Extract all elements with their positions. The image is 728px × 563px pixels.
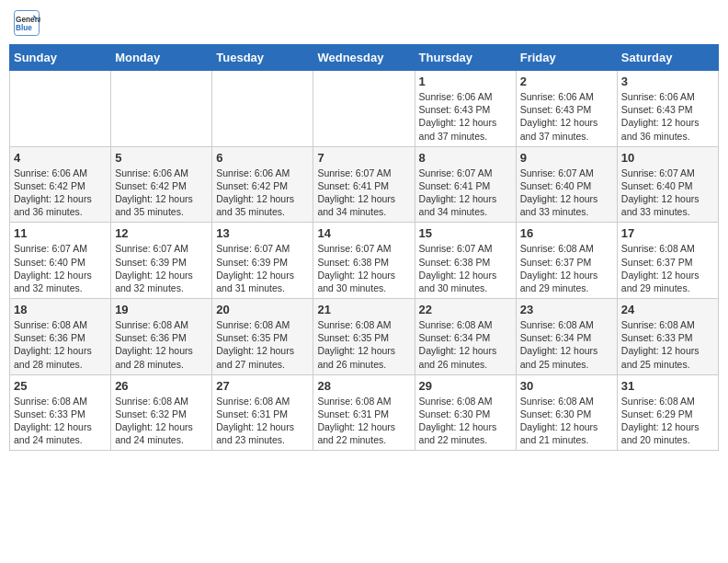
day-info: Sunrise: 6:06 AM Sunset: 6:42 PM Dayligh… (216, 167, 309, 219)
day-info: Sunrise: 6:08 AM Sunset: 6:34 PM Dayligh… (520, 318, 613, 371)
day-number: 19 (115, 303, 208, 316)
calendar-cell: 3Sunrise: 6:06 AM Sunset: 6:43 PM Daylig… (617, 71, 718, 147)
calendar-cell: 13Sunrise: 6:07 AM Sunset: 6:39 PM Dayli… (212, 223, 313, 299)
day-number: 20 (216, 303, 309, 316)
calendar-cell: 2Sunrise: 6:06 AM Sunset: 6:43 PM Daylig… (516, 71, 617, 147)
day-number: 5 (115, 151, 208, 165)
calendar-cell: 31Sunrise: 6:08 AM Sunset: 6:29 PM Dayli… (617, 374, 718, 451)
calendar-cell: 27Sunrise: 6:08 AM Sunset: 6:31 PM Dayli… (212, 374, 313, 451)
day-info: Sunrise: 6:08 AM Sunset: 6:36 PM Dayligh… (115, 318, 208, 371)
day-info: Sunrise: 6:08 AM Sunset: 6:36 PM Dayligh… (14, 318, 107, 371)
calendar-cell: 25Sunrise: 6:08 AM Sunset: 6:33 PM Dayli… (10, 374, 111, 451)
calendar-cell: 28Sunrise: 6:08 AM Sunset: 6:31 PM Dayli… (313, 374, 415, 451)
day-info: Sunrise: 6:08 AM Sunset: 6:30 PM Dayligh… (419, 395, 512, 447)
day-number: 17 (621, 226, 714, 240)
weekday-header-wednesday: Wednesday (313, 45, 415, 71)
calendar-cell: 14Sunrise: 6:07 AM Sunset: 6:38 PM Dayli… (313, 223, 415, 299)
calendar-cell: 10Sunrise: 6:07 AM Sunset: 6:40 PM Dayli… (617, 146, 718, 223)
calendar-cell: 20Sunrise: 6:08 AM Sunset: 6:35 PM Dayli… (212, 299, 313, 375)
day-number: 26 (115, 379, 208, 393)
calendar-cell: 8Sunrise: 6:07 AM Sunset: 6:41 PM Daylig… (415, 146, 516, 223)
day-info: Sunrise: 6:06 AM Sunset: 6:42 PM Dayligh… (14, 167, 107, 219)
day-number: 15 (419, 226, 512, 240)
calendar-cell: 7Sunrise: 6:07 AM Sunset: 6:41 PM Daylig… (313, 146, 415, 223)
weekday-header-friday: Friday (516, 45, 617, 71)
day-number: 16 (520, 226, 613, 240)
calendar-cell: 4Sunrise: 6:06 AM Sunset: 6:42 PM Daylig… (10, 146, 111, 223)
calendar-cell: 26Sunrise: 6:08 AM Sunset: 6:32 PM Dayli… (111, 374, 212, 451)
day-info: Sunrise: 6:08 AM Sunset: 6:33 PM Dayligh… (14, 395, 107, 447)
day-number: 7 (317, 151, 410, 165)
day-number: 9 (520, 151, 613, 165)
day-number: 24 (621, 303, 714, 316)
weekday-header-saturday: Saturday (617, 45, 718, 71)
calendar-cell: 22Sunrise: 6:08 AM Sunset: 6:34 PM Dayli… (415, 299, 516, 375)
calendar-cell: 24Sunrise: 6:08 AM Sunset: 6:33 PM Dayli… (617, 299, 718, 375)
day-number: 30 (520, 379, 613, 393)
day-info: Sunrise: 6:06 AM Sunset: 6:42 PM Dayligh… (115, 167, 208, 219)
weekday-header-sunday: Sunday (10, 45, 111, 71)
day-info: Sunrise: 6:08 AM Sunset: 6:30 PM Dayligh… (520, 395, 613, 447)
day-info: Sunrise: 6:07 AM Sunset: 6:38 PM Dayligh… (419, 242, 512, 294)
day-number: 27 (216, 379, 309, 393)
calendar-table: SundayMondayTuesdayWednesdayThursdayFrid… (9, 44, 719, 451)
day-info: Sunrise: 6:07 AM Sunset: 6:40 PM Dayligh… (14, 242, 107, 294)
day-number: 29 (419, 379, 512, 393)
calendar-cell: 19Sunrise: 6:08 AM Sunset: 6:36 PM Dayli… (111, 299, 212, 375)
calendar-cell: 15Sunrise: 6:07 AM Sunset: 6:38 PM Dayli… (415, 223, 516, 299)
calendar-cell: 6Sunrise: 6:06 AM Sunset: 6:42 PM Daylig… (212, 146, 313, 223)
day-info: Sunrise: 6:08 AM Sunset: 6:34 PM Dayligh… (419, 318, 512, 371)
day-info: Sunrise: 6:06 AM Sunset: 6:43 PM Dayligh… (520, 90, 613, 143)
day-number: 3 (621, 75, 714, 88)
day-info: Sunrise: 6:08 AM Sunset: 6:31 PM Dayligh… (216, 395, 309, 447)
calendar-cell: 1Sunrise: 6:06 AM Sunset: 6:43 PM Daylig… (415, 71, 516, 147)
calendar-cell (313, 71, 415, 147)
day-number: 4 (14, 151, 107, 165)
day-info: Sunrise: 6:08 AM Sunset: 6:35 PM Dayligh… (317, 318, 410, 371)
calendar-cell: 9Sunrise: 6:07 AM Sunset: 6:40 PM Daylig… (516, 146, 617, 223)
calendar-cell: 16Sunrise: 6:08 AM Sunset: 6:37 PM Dayli… (516, 223, 617, 299)
day-info: Sunrise: 6:07 AM Sunset: 6:39 PM Dayligh… (115, 242, 208, 294)
day-number: 25 (14, 379, 107, 393)
calendar-cell: 18Sunrise: 6:08 AM Sunset: 6:36 PM Dayli… (10, 299, 111, 375)
calendar-cell (10, 71, 111, 147)
logo: General Blue (13, 9, 44, 37)
svg-text:Blue: Blue (16, 24, 32, 32)
calendar-cell: 5Sunrise: 6:06 AM Sunset: 6:42 PM Daylig… (111, 146, 212, 223)
day-info: Sunrise: 6:07 AM Sunset: 6:40 PM Dayligh… (520, 167, 613, 219)
day-number: 11 (14, 226, 107, 240)
day-info: Sunrise: 6:08 AM Sunset: 6:33 PM Dayligh… (621, 318, 714, 371)
day-number: 31 (621, 379, 714, 393)
day-number: 13 (216, 226, 309, 240)
weekday-header-monday: Monday (111, 45, 212, 71)
day-number: 23 (520, 303, 613, 316)
day-info: Sunrise: 6:08 AM Sunset: 6:29 PM Dayligh… (621, 395, 714, 447)
day-number: 1 (419, 75, 512, 88)
page-header: General Blue (9, 9, 719, 37)
day-info: Sunrise: 6:07 AM Sunset: 6:41 PM Dayligh… (419, 167, 512, 219)
day-number: 28 (317, 379, 410, 393)
day-info: Sunrise: 6:06 AM Sunset: 6:43 PM Dayligh… (419, 90, 512, 143)
day-info: Sunrise: 6:08 AM Sunset: 6:31 PM Dayligh… (317, 395, 410, 447)
day-number: 6 (216, 151, 309, 165)
day-info: Sunrise: 6:07 AM Sunset: 6:40 PM Dayligh… (621, 167, 714, 219)
day-number: 2 (520, 75, 613, 88)
calendar-cell: 17Sunrise: 6:08 AM Sunset: 6:37 PM Dayli… (617, 223, 718, 299)
day-number: 8 (419, 151, 512, 165)
calendar-cell: 29Sunrise: 6:08 AM Sunset: 6:30 PM Dayli… (415, 374, 516, 451)
day-info: Sunrise: 6:07 AM Sunset: 6:41 PM Dayligh… (317, 167, 410, 219)
calendar-cell: 21Sunrise: 6:08 AM Sunset: 6:35 PM Dayli… (313, 299, 415, 375)
day-number: 10 (621, 151, 714, 165)
calendar-cell: 23Sunrise: 6:08 AM Sunset: 6:34 PM Dayli… (516, 299, 617, 375)
day-info: Sunrise: 6:07 AM Sunset: 6:38 PM Dayligh… (317, 242, 410, 294)
day-info: Sunrise: 6:08 AM Sunset: 6:37 PM Dayligh… (520, 242, 613, 294)
day-number: 21 (317, 303, 410, 316)
calendar-cell: 12Sunrise: 6:07 AM Sunset: 6:39 PM Dayli… (111, 223, 212, 299)
weekday-header-tuesday: Tuesday (212, 45, 313, 71)
day-info: Sunrise: 6:07 AM Sunset: 6:39 PM Dayligh… (216, 242, 309, 294)
day-info: Sunrise: 6:08 AM Sunset: 6:35 PM Dayligh… (216, 318, 309, 371)
svg-text:General: General (16, 16, 40, 24)
day-number: 18 (14, 303, 107, 316)
day-info: Sunrise: 6:06 AM Sunset: 6:43 PM Dayligh… (621, 90, 714, 143)
day-number: 14 (317, 226, 410, 240)
